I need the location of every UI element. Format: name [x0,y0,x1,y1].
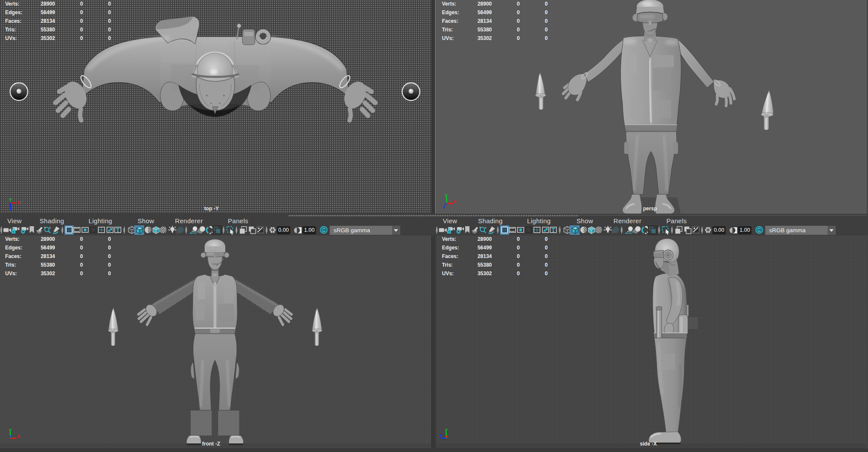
svg-text:x: x [454,199,457,204]
svg-text:z: z [9,434,12,439]
svg-text:x: x [445,434,448,439]
svg-text:z: z [443,204,445,209]
svg-text:y: y [9,197,12,202]
svg-text:y: y [9,427,12,432]
svg-text:y: y [445,194,448,197]
svg-text:z: z [9,206,12,211]
svg-text:z: z [439,433,442,438]
svg-text:x: x [18,200,21,205]
svg-text:x: x [18,434,21,439]
svg-text:y: y [445,427,448,432]
